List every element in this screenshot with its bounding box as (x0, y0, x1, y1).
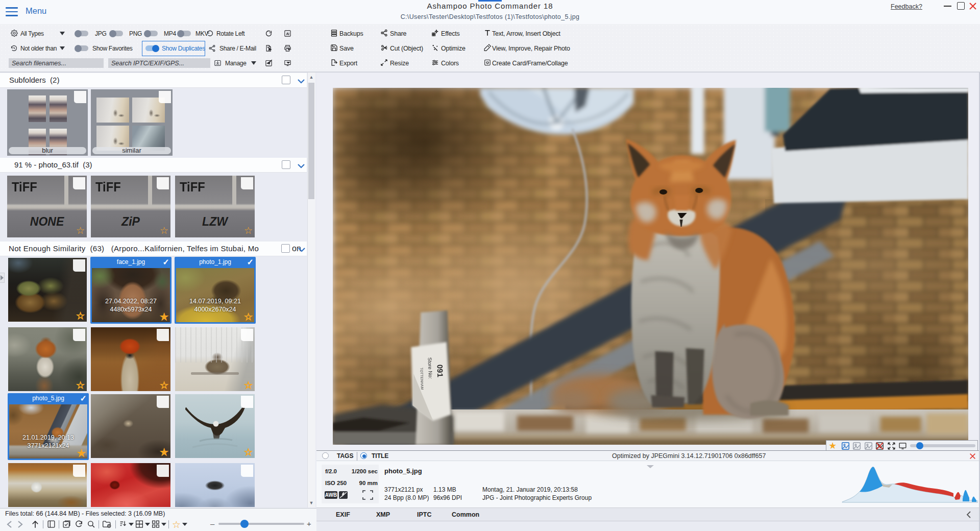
svg-text:091: 091 (435, 365, 445, 378)
svg-text:Store No:: Store No: (427, 357, 433, 379)
